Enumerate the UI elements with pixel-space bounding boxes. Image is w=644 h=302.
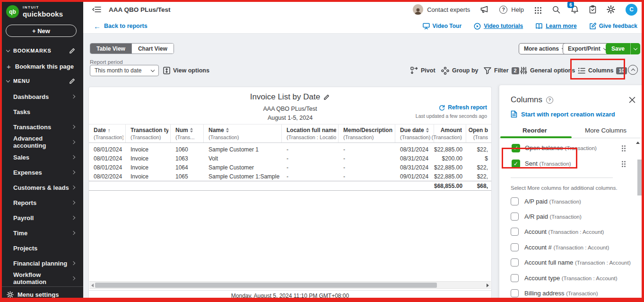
chevron-right-icon <box>71 125 75 129</box>
save-dropdown-button[interactable] <box>630 43 640 54</box>
tasks-clipboard-button[interactable] <box>589 5 596 14</box>
new-button[interactable]: + New <box>6 25 77 37</box>
more-column-billing-address[interactable]: Billing address (Transaction) <box>511 285 630 301</box>
search-button[interactable] <box>552 6 560 14</box>
reorder-item-open-balance[interactable]: ✓ Open balance (Transaction) <box>499 140 623 156</box>
quickbooks-logo: qb INTUIT quickbooks <box>6 5 63 18</box>
sidebar-item-sales[interactable]: Sales <box>0 150 83 165</box>
checkbox-unchecked-icon[interactable] <box>511 197 519 205</box>
table-row[interactable]: 08/01/2024Invoice1060Sample Customer 1--… <box>89 145 491 154</box>
give-feedback-link[interactable]: Give feedback <box>589 23 637 30</box>
video-tutorials-link[interactable]: Video tutorials <box>474 23 523 30</box>
pivot-button[interactable]: Pivot <box>410 65 435 76</box>
contact-experts-button[interactable]: Contact experts <box>413 4 470 15</box>
sidebar-item-transactions[interactable]: Transactions <box>0 119 83 134</box>
tab-more-columns[interactable]: More Columns <box>570 123 641 138</box>
sidebar-item-workflow-automation[interactable]: Workflow automation <box>0 271 83 286</box>
export-print-button[interactable]: Export/Print <box>563 43 612 54</box>
sidebar-item-financial-planning[interactable]: Financial planning <box>0 256 83 271</box>
table-row[interactable]: 08/01/2024Invoice1063Volt--08/31/2024$20… <box>89 154 491 163</box>
bookmark-this-page-link[interactable]: + Bookmark this page <box>0 62 83 71</box>
table-row[interactable]: 08/01/2024Invoice1064Sample Customer--08… <box>89 163 491 172</box>
scroll-left-arrow[interactable] <box>91 284 94 287</box>
notifications-button[interactable]: 6 <box>571 5 579 14</box>
more-column-account[interactable]: Account (Transaction : Account) <box>511 224 630 240</box>
sidebar-item-customers-leads[interactable]: Customers & leads <box>0 180 83 195</box>
column-header-num[interactable]: Num (Trans... <box>171 124 204 142</box>
view-options-button[interactable]: View options <box>163 67 209 74</box>
checkbox-unchecked-icon[interactable] <box>511 228 519 236</box>
sidebar-item-advanced-accounting[interactable]: Advanced accounting <box>0 134 83 150</box>
more-column-account-full-name[interactable]: Account full name (Transaction : Account… <box>511 255 630 270</box>
checkbox-unchecked-icon[interactable] <box>511 289 519 297</box>
learn-more-link[interactable]: Learn more <box>535 23 576 29</box>
menu-settings-button[interactable]: Menu settings <box>0 286 83 302</box>
last-updated-text: Last updated a few seconds ago <box>416 113 487 119</box>
announcements-button[interactable] <box>480 6 489 13</box>
menu-section-header[interactable]: MENU <box>0 77 83 85</box>
sidebar-item-dashboards[interactable]: Dashboards <box>0 89 83 104</box>
help-icon[interactable]: ? <box>546 97 553 104</box>
column-header-open-balance[interactable]: Open b (Trans <box>466 124 492 142</box>
save-button[interactable]: Save <box>606 43 630 54</box>
sidebar-item-tasks[interactable]: Tasks <box>0 104 83 119</box>
tab-chart-view[interactable]: Chart View <box>131 44 174 53</box>
edit-title-icon[interactable] <box>323 94 330 100</box>
sidebar-item-time[interactable]: Time <box>0 225 83 240</box>
sidebar-item-reports[interactable]: Reports <box>0 195 83 210</box>
scroll-up-arrow[interactable] <box>636 142 640 144</box>
column-header-transaction-type[interactable]: Transaction type (Transaction) <box>126 124 171 142</box>
report-period-select[interactable]: This month to date <box>90 65 159 76</box>
checkbox-unchecked-icon[interactable] <box>511 258 519 266</box>
tab-reorder[interactable]: Reorder <box>499 123 570 138</box>
general-options-button[interactable]: General options <box>520 65 575 76</box>
column-header-date[interactable]: Date↑ (Transaction) <box>89 124 126 142</box>
close-panel-button[interactable] <box>629 97 635 103</box>
video-tour-link[interactable]: Video Tour <box>423 23 462 29</box>
more-column-ar-paid[interactable]: A/R paid (Transaction) <box>511 209 630 224</box>
column-header-location[interactable]: Location full name (Transaction : Locati… <box>282 124 339 142</box>
filter-button[interactable]: Filter 2 <box>484 65 519 76</box>
scrollbar-thumb[interactable] <box>95 283 437 288</box>
collapse-toolbar-button[interactable] <box>628 65 638 75</box>
checkbox-unchecked-icon[interactable] <box>511 213 519 221</box>
more-column-account-number[interactable]: Account # (Transaction : Account) <box>511 240 630 255</box>
sidebar-item-projects[interactable]: Projects <box>0 240 83 256</box>
checkbox-unchecked-icon[interactable] <box>511 243 519 251</box>
columns-list-icon <box>578 67 585 74</box>
checkbox-unchecked-icon[interactable] <box>511 274 519 282</box>
columns-button[interactable]: Columns 10 <box>578 65 627 76</box>
refresh-report-link[interactable]: Refresh report <box>439 104 487 111</box>
back-to-reports-link[interactable]: ← Back to reports <box>94 23 148 30</box>
sidebar-item-expenses[interactable]: Expenses <box>0 165 83 180</box>
drag-handle-icon[interactable] <box>622 145 623 147</box>
tab-table-view[interactable]: Table View <box>90 44 131 53</box>
settings-button[interactable] <box>607 5 615 14</box>
sidebar-collapse-icon[interactable] <box>92 6 101 13</box>
edit-pencil-icon[interactable] <box>69 78 76 84</box>
scroll-right-arrow[interactable] <box>487 284 489 287</box>
column-header-due-date[interactable]: Due date (Transaction) <box>395 124 434 142</box>
column-header-memo[interactable]: Memo/Description (Transaction) <box>339 124 395 142</box>
more-column-ap-paid[interactable]: A/P paid (Transaction) <box>511 194 630 209</box>
reorder-item-sent[interactable]: ✓ Sent (Transaction) <box>499 156 623 171</box>
checkbox-checked-icon[interactable]: ✓ <box>512 144 520 152</box>
column-header-amount[interactable]: Amount (Transaction) <box>434 124 466 142</box>
horizontal-scrollbar[interactable] <box>89 281 491 289</box>
checkbox-checked-icon[interactable]: ✓ <box>512 160 520 168</box>
chevron-down-icon <box>151 68 155 71</box>
company-name[interactable]: AAA QBO PLus/Test <box>109 6 171 13</box>
drag-handle-icon[interactable] <box>622 161 623 162</box>
more-column-account-type[interactable]: Account type (Transaction : Account) <box>511 270 630 285</box>
column-header-name[interactable]: Name (Transaction) <box>204 124 282 142</box>
group-by-button[interactable]: Group by <box>441 65 479 76</box>
table-row[interactable]: 08/02/2024Invoice1065Sample Customer 1:S… <box>89 172 491 181</box>
help-button[interactable]: ? Help <box>499 6 524 14</box>
report-wizard-link[interactable]: Start with report creation wizard <box>511 110 615 118</box>
bookmarks-section-header[interactable]: BOOKMARKS <box>0 46 83 55</box>
edit-pencil-icon[interactable] <box>69 47 76 54</box>
sidebar-item-payroll[interactable]: Payroll <box>0 210 83 225</box>
profile-avatar[interactable]: C <box>626 4 637 16</box>
vertical-scrollbar-thumb[interactable] <box>637 160 642 195</box>
apps-button[interactable] <box>534 6 542 13</box>
